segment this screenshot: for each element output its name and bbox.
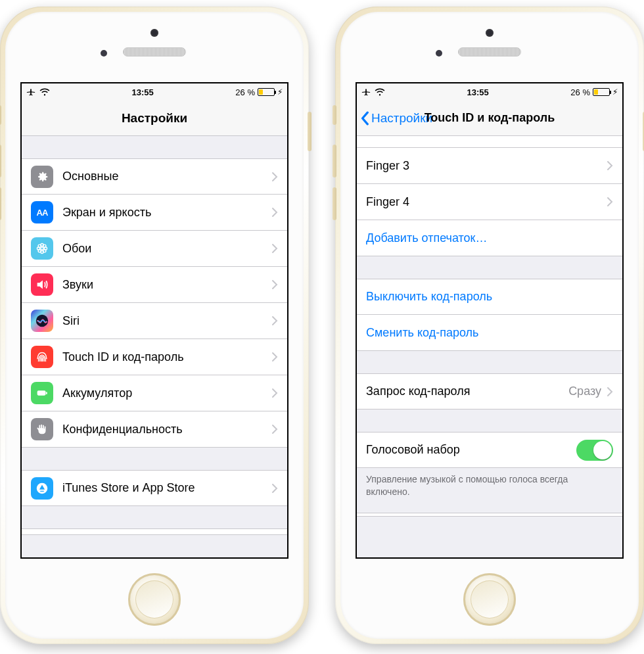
settings-row-display[interactable]: AAЭкран и яркость	[22, 195, 287, 231]
fingerprint-list: Finger 3Finger 4	[357, 148, 622, 220]
chevron-right-icon	[271, 352, 278, 362]
chevron-right-icon	[271, 172, 278, 182]
finger-icon	[31, 346, 53, 368]
next-group-peek	[357, 513, 622, 517]
settings-row-sounds[interactable]: Звуки	[22, 267, 287, 303]
home-button[interactable]	[463, 573, 516, 626]
charging-icon: ⚡︎	[612, 87, 618, 97]
earpiece-speaker	[123, 47, 186, 57]
passcode-action-row[interactable]: Выключить код-пароль	[357, 279, 622, 315]
phone-left: 13:55 26 % ⚡︎ Настройки ОсновныеAAЭкран …	[0, 7, 309, 644]
hand-icon	[31, 418, 53, 440]
passcode-action-label: Выключить код-пароль	[366, 290, 613, 304]
voice-dial-row: Голосовой набор	[357, 432, 622, 468]
home-button[interactable]	[128, 573, 181, 626]
chevron-right-icon	[271, 483, 278, 494]
earpiece-speaker	[458, 47, 521, 57]
voice-dial-toggle[interactable]	[576, 440, 613, 461]
proximity-sensor	[101, 50, 107, 57]
front-camera	[150, 29, 158, 37]
chevron-right-icon	[271, 243, 278, 254]
settings-row-siri[interactable]: Siri	[22, 303, 287, 339]
group-gap	[22, 506, 287, 528]
wifi-icon	[375, 88, 385, 96]
chevron-right-icon	[607, 197, 613, 207]
status-bar: 13:55 26 % ⚡︎	[357, 83, 622, 101]
settings-row-label: Обои	[62, 242, 271, 256]
volume-up	[333, 145, 336, 177]
require-passcode-row[interactable]: Запрос код-пароля Сразу	[357, 373, 622, 409]
battery-icon	[593, 88, 610, 96]
group-gap	[22, 448, 287, 470]
speaker-icon	[31, 273, 53, 296]
charging-icon: ⚡︎	[277, 87, 283, 97]
chevron-right-icon	[271, 207, 278, 218]
passcode-action-label: Сменить код-пароль	[366, 326, 613, 340]
settings-row-battery[interactable]: Аккумулятор	[22, 375, 287, 411]
volume-down	[0, 187, 1, 220]
mute-switch	[0, 105, 1, 125]
svg-point-7	[38, 250, 41, 252]
flower-icon	[31, 237, 53, 260]
airplane-mode-icon	[26, 87, 35, 97]
settings-row-itunes[interactable]: iTunes Store и App Store	[22, 470, 287, 506]
group-gap	[357, 256, 622, 279]
power-button	[308, 112, 311, 151]
navbar: Настройки	[22, 101, 287, 136]
navbar: Настройки Touch ID и код-пароль	[357, 101, 622, 136]
add-fingerprint-row[interactable]: Добавить отпечаток…	[357, 220, 622, 256]
settings-row-wallpaper[interactable]: Обои	[22, 231, 287, 267]
chevron-right-icon	[607, 386, 613, 397]
fingerprint-label: Finger 3	[366, 159, 607, 173]
battery-icon	[258, 88, 275, 96]
passcode-action-row[interactable]: Сменить код-пароль	[357, 315, 622, 351]
settings-row-label: Touch ID и код-пароль	[62, 350, 271, 364]
group-gap	[357, 351, 622, 373]
require-passcode-value: Сразу	[568, 385, 601, 398]
fingerprint-row[interactable]: Finger 3	[357, 148, 622, 184]
next-group-peek	[22, 528, 287, 535]
settings-list: ОсновныеAAЭкран и яркостьОбоиЗвукиSiriTo…	[22, 158, 287, 448]
voice-dial-footer: Управление музыкой с помощью голоса всег…	[357, 468, 622, 498]
volume-up	[0, 145, 1, 177]
group-gap	[357, 409, 622, 432]
settings-row-label: Экран и яркость	[62, 206, 271, 220]
settings-row-label: Siri	[62, 314, 271, 328]
require-passcode-label: Запрос код-пароля	[366, 385, 568, 398]
gear-icon	[31, 166, 53, 188]
settings-row-label: Конфиденциальность	[62, 423, 271, 436]
chevron-right-icon	[607, 160, 613, 171]
group-gap	[22, 136, 287, 158]
settings-row-privacy[interactable]: Конфиденциальность	[22, 411, 287, 448]
settings-row-label: Основные	[62, 170, 271, 183]
settings-list-2: iTunes Store и App Store	[22, 470, 287, 506]
status-time: 13:55	[467, 87, 489, 97]
settings-row-touchid[interactable]: Touch ID и код-пароль	[22, 339, 287, 375]
front-camera	[486, 29, 494, 37]
finger-row-partial[interactable]	[357, 136, 622, 148]
svg-point-8	[43, 250, 46, 252]
settings-row-label: iTunes Store и App Store	[62, 481, 271, 495]
fingerprint-label: Finger 4	[366, 195, 607, 209]
svg-rect-10	[37, 390, 46, 395]
screen-settings: 13:55 26 % ⚡︎ Настройки ОсновныеAAЭкран …	[20, 82, 288, 559]
battery-percent: 26 %	[570, 87, 590, 97]
svg-rect-11	[46, 392, 47, 394]
phone-right: 13:55 26 % ⚡︎ Настройки Touch ID и код-п…	[335, 7, 644, 644]
settings-row-general[interactable]: Основные	[22, 158, 287, 195]
appstore-icon	[31, 477, 53, 500]
chevron-right-icon	[271, 388, 278, 398]
chevron-right-icon	[271, 279, 278, 290]
page-title: Настройки	[118, 111, 191, 126]
add-fingerprint-label: Добавить отпечаток…	[366, 231, 613, 245]
fingerprint-row[interactable]: Finger 4	[357, 184, 622, 220]
settings-row-label: Звуки	[62, 278, 271, 292]
status-bar: 13:55 26 % ⚡︎	[22, 83, 287, 101]
svg-point-5	[38, 245, 41, 247]
screen-touchid: 13:55 26 % ⚡︎ Настройки Touch ID и код-п…	[356, 82, 624, 559]
svg-point-0	[41, 247, 43, 250]
aa-icon: AA	[31, 201, 53, 223]
settings-row-label: Аккумулятор	[62, 386, 271, 400]
chevron-right-icon	[271, 424, 278, 434]
voice-dial-label: Голосовой набор	[366, 443, 576, 457]
